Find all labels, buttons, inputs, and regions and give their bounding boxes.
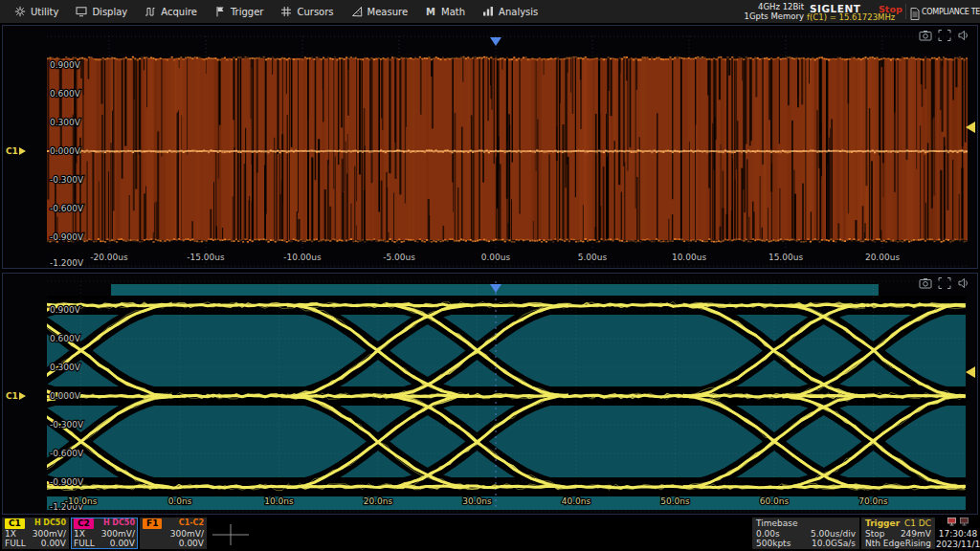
menu-item-utility[interactable]: Utility xyxy=(6,0,67,23)
c1-offset-marker[interactable]: C1 xyxy=(6,391,26,401)
probe-attenuation: 1X xyxy=(5,529,16,540)
probe-attenuation: 1X xyxy=(74,529,85,540)
svg-text:0.600V: 0.600V xyxy=(50,89,81,99)
status-bar: C1H DC501X300mV/FULL0.00VC2H DC501X300mV… xyxy=(0,517,980,551)
trigger-type: Nth Edge xyxy=(865,539,904,549)
timebase-samplerate: 10.0GSa/s xyxy=(812,539,856,549)
svg-text:30.0ns: 30.0ns xyxy=(462,496,492,506)
trigger-title: Trigger xyxy=(865,518,900,529)
panel-toolbar xyxy=(920,31,968,41)
timebase-box[interactable]: Timebase 0.00s 5.00us/div 500kpts 10.0GS… xyxy=(752,518,859,549)
svg-text:50.0ns: 50.0ns xyxy=(660,496,690,506)
sound-icon[interactable] xyxy=(959,278,968,287)
svg-text:-0.600V: -0.600V xyxy=(50,204,84,213)
menu-item-label: Measure xyxy=(368,7,409,17)
svg-text:C1: C1 xyxy=(6,146,18,156)
analysis-icon xyxy=(482,6,494,17)
svg-text:0.00us: 0.00us xyxy=(481,253,511,262)
c1-offset-marker[interactable]: C1 xyxy=(6,146,26,156)
c1-trace xyxy=(47,56,968,243)
trigger-level-marker[interactable] xyxy=(966,366,975,378)
svg-text:20.0ns: 20.0ns xyxy=(364,496,393,506)
cursors-icon xyxy=(280,6,292,17)
panel-toolbar xyxy=(920,278,968,289)
trigger-position-marker[interactable] xyxy=(490,37,501,46)
svg-text:-5.00us: -5.00us xyxy=(383,253,415,262)
menu-item-label: Analysis xyxy=(499,7,538,17)
sound-icon[interactable] xyxy=(959,31,968,39)
menu-item-display[interactable]: Display xyxy=(67,0,136,23)
menu-item-trigger[interactable]: Trigger xyxy=(206,0,273,23)
vertical-scale: 300mV/ xyxy=(101,529,135,540)
trigger-status: Stop xyxy=(865,529,884,540)
menu-item-acquire[interactable]: Acquire xyxy=(136,0,206,23)
channel-box-f1[interactable]: F1C1-C2300mV/0.00V xyxy=(140,518,207,549)
svg-text:15.00us: 15.00us xyxy=(768,253,803,262)
svg-text:10.0ns: 10.0ns xyxy=(264,496,294,506)
function-expression: C1-C2 xyxy=(179,518,204,529)
trigger-level: 249mV xyxy=(901,529,931,540)
svg-text:-0.900V: -0.900V xyxy=(50,232,84,242)
system-specs: 4GHz 12Bit 1Gpts Memory xyxy=(725,2,804,21)
menu-item-label: Utility xyxy=(31,7,58,17)
channel-chip: F1 xyxy=(143,518,162,529)
menu-item-math[interactable]: MMath xyxy=(416,0,474,23)
menu-item-cursors[interactable]: Cursors xyxy=(272,0,342,23)
channel-box-c1[interactable]: C1H DC501X300mV/FULL0.00V xyxy=(2,518,69,549)
svg-text:-15.00us: -15.00us xyxy=(187,253,225,262)
svg-text:-20.00us: -20.00us xyxy=(90,253,128,262)
gear-icon xyxy=(14,6,26,17)
svg-text:5.00us: 5.00us xyxy=(578,253,608,262)
svg-text:0.900V: 0.900V xyxy=(50,305,81,315)
display-icon xyxy=(76,6,87,17)
timebase-scale: 5.00us/div xyxy=(811,529,856,540)
channel-chip: C1 xyxy=(5,518,25,529)
svg-text:-0.300V: -0.300V xyxy=(50,175,84,185)
acquire-icon xyxy=(145,6,156,17)
svg-text:0.600V: 0.600V xyxy=(50,334,81,343)
timebase-title: Timebase xyxy=(756,518,797,529)
measure-icon xyxy=(351,6,363,17)
vertical-offset: 0.00V xyxy=(110,539,135,549)
document-icon xyxy=(910,6,920,24)
lan-status-icon[interactable] xyxy=(947,518,969,526)
add-channel-button[interactable] xyxy=(209,522,253,547)
expand-icon[interactable] xyxy=(939,278,950,289)
svg-text:10.00us: 10.00us xyxy=(672,253,706,262)
channel-chip: C2 xyxy=(74,518,94,529)
clock-time: 17:30:48 xyxy=(936,529,980,540)
svg-text:60.0ns: 60.0ns xyxy=(760,496,790,506)
eye-diagram-view[interactable]: 0.900V0.600V0.300V0.000V-0.300V-0.600V-0… xyxy=(3,274,977,514)
camera-icon[interactable] xyxy=(920,278,931,288)
svg-text:-10.00us: -10.00us xyxy=(283,253,322,262)
main-waveform-panel: 0.900V0.600V0.300V0.000V-0.300V-0.600V-0… xyxy=(2,25,978,269)
menu-item-label: Acquire xyxy=(161,7,197,17)
svg-text:0.000V: 0.000V xyxy=(50,391,81,401)
bandwidth-limit: FULL xyxy=(5,539,26,549)
clock-area: 17:30:48 2023/11/1 xyxy=(936,518,980,549)
frequency-counter: f(C1) = 15.61723MHz xyxy=(807,12,895,22)
svg-text:-0.300V: -0.300V xyxy=(50,420,84,430)
svg-text:-0.900V: -0.900V xyxy=(50,477,84,487)
vertical-scale: 300mV/ xyxy=(170,529,204,540)
svg-text:0.0ns: 0.0ns xyxy=(168,496,192,506)
camera-icon[interactable] xyxy=(920,31,931,40)
svg-text:M: M xyxy=(426,7,435,17)
menu-item-measure[interactable]: Measure xyxy=(343,0,417,23)
expand-icon[interactable] xyxy=(939,31,950,41)
channel-box-c2[interactable]: C2H DC501X300mV/FULL0.00V xyxy=(71,518,138,549)
header-divider xyxy=(905,4,906,19)
menu-item-analysis[interactable]: Analysis xyxy=(474,0,546,23)
svg-text:20.00us: 20.00us xyxy=(865,253,900,262)
eye-diagram-panel: 0.900V0.600V0.300V0.000V-0.300V-0.600V-0… xyxy=(2,273,978,515)
bandwidth-limit: FULL xyxy=(74,539,95,549)
svg-text:40.0ns: 40.0ns xyxy=(562,496,591,506)
trigger-box[interactable]: Trigger C1 DC Stop 249mV Nth Edge Rising xyxy=(861,518,935,549)
svg-text:70.0ns: 70.0ns xyxy=(858,496,888,506)
compliance-test-mode[interactable]: COMPLIANCE TEST xyxy=(922,8,980,16)
svg-text:0.900V: 0.900V xyxy=(50,60,81,70)
svg-text:-0.600V: -0.600V xyxy=(50,449,84,458)
main-waveform-view[interactable]: 0.900V0.600V0.300V0.000V-0.300V-0.600V-0… xyxy=(3,26,977,268)
math-icon: M xyxy=(425,6,436,17)
timebase-points: 500kpts xyxy=(756,539,791,549)
